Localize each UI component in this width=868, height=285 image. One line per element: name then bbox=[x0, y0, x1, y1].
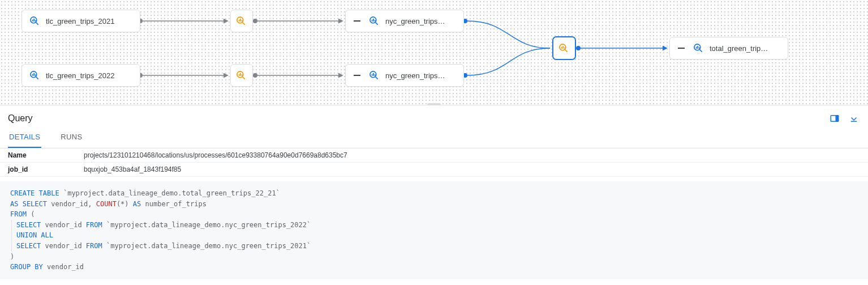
detail-key-jobid: job_id bbox=[0, 163, 79, 176]
bigquery-icon bbox=[693, 42, 704, 54]
collapse-icon[interactable] bbox=[353, 16, 362, 25]
svg-rect-46 bbox=[564, 47, 565, 49]
svg-line-43 bbox=[565, 50, 568, 52]
collapse-icon[interactable] bbox=[353, 71, 362, 80]
tab-details[interactable]: DETAILS bbox=[8, 127, 41, 148]
table-row: job_id bquxjob_453ba4af_1843f194f85 bbox=[0, 163, 868, 177]
svg-line-13 bbox=[36, 23, 38, 25]
side-panel-icon[interactable] bbox=[830, 113, 840, 124]
process-icon bbox=[235, 70, 247, 81]
table-row: Name projects/123101210468/locations/us/… bbox=[0, 148, 868, 163]
svg-point-47 bbox=[694, 44, 701, 50]
svg-rect-51 bbox=[699, 47, 700, 49]
svg-rect-24 bbox=[239, 20, 240, 22]
node-label: total_green_trip… bbox=[710, 44, 768, 53]
svg-point-27 bbox=[237, 71, 243, 78]
node-label: nyc_green_trips… bbox=[385, 71, 445, 80]
collapse-panel-icon[interactable] bbox=[849, 113, 859, 124]
svg-rect-44 bbox=[561, 47, 562, 49]
svg-line-48 bbox=[700, 50, 702, 52]
node-total-green-trips[interactable]: total_green_trip… bbox=[669, 37, 788, 59]
svg-rect-29 bbox=[239, 74, 240, 76]
svg-point-2 bbox=[253, 19, 257, 23]
bigquery-icon bbox=[29, 15, 40, 27]
details-panel: Query DETAILS RUNS Name projects/1231012… bbox=[0, 105, 868, 279]
node-tlc-green-trips-2022[interactable]: tlc_green_trips_2022 bbox=[22, 64, 140, 87]
svg-rect-30 bbox=[240, 73, 241, 76]
svg-rect-21 bbox=[35, 74, 36, 76]
tab-runs[interactable]: RUNS bbox=[59, 127, 83, 148]
node-label: tlc_green_trips_2022 bbox=[46, 71, 114, 80]
svg-rect-26 bbox=[242, 20, 243, 22]
svg-rect-14 bbox=[32, 20, 33, 22]
svg-line-38 bbox=[376, 77, 378, 79]
svg-line-28 bbox=[243, 77, 245, 79]
bigquery-icon bbox=[368, 15, 380, 27]
svg-rect-50 bbox=[697, 46, 698, 49]
node-label: tlc_green_trips_2021 bbox=[46, 17, 114, 25]
svg-rect-36 bbox=[375, 20, 376, 22]
svg-rect-35 bbox=[373, 19, 374, 22]
bigquery-icon bbox=[368, 70, 380, 81]
panel-resize-grip[interactable] bbox=[427, 103, 441, 105]
collapse-icon[interactable] bbox=[677, 44, 686, 53]
svg-rect-19 bbox=[32, 74, 33, 76]
node-label: nyc_green_trips… bbox=[385, 17, 445, 25]
svg-point-3 bbox=[253, 73, 257, 78]
svg-rect-25 bbox=[240, 19, 241, 22]
svg-rect-31 bbox=[242, 74, 243, 76]
svg-rect-53 bbox=[836, 116, 839, 122]
lineage-graph-canvas[interactable]: tlc_green_trips_2021 tlc_green_trips_202… bbox=[0, 0, 868, 105]
sql-code-block: CREATE TABLE `myproject.data_lineage_dem… bbox=[0, 181, 868, 279]
panel-title: Query bbox=[8, 113, 33, 124]
node-nyc-green-trips-2021[interactable]: nyc_green_trips… bbox=[345, 10, 464, 32]
svg-rect-45 bbox=[562, 46, 564, 49]
detail-val-name: projects/123101210468/locations/us/proce… bbox=[79, 148, 868, 162]
details-table: Name projects/123101210468/locations/us/… bbox=[0, 148, 868, 177]
svg-rect-49 bbox=[696, 47, 697, 49]
detail-key-name: Name bbox=[0, 148, 79, 162]
svg-rect-20 bbox=[33, 73, 35, 76]
panel-tabs: DETAILS RUNS bbox=[0, 127, 868, 148]
svg-rect-34 bbox=[372, 20, 373, 22]
node-tlc-green-trips-2021[interactable]: tlc_green_trips_2021 bbox=[22, 10, 140, 32]
svg-point-10 bbox=[576, 46, 581, 50]
process-icon bbox=[558, 42, 569, 54]
node-process-2[interactable] bbox=[230, 64, 253, 87]
svg-line-33 bbox=[376, 23, 378, 25]
svg-point-22 bbox=[237, 17, 243, 23]
svg-rect-16 bbox=[35, 20, 36, 22]
bigquery-icon bbox=[29, 70, 40, 81]
svg-rect-39 bbox=[372, 74, 373, 76]
node-nyc-green-trips-2022[interactable]: nyc_green_trips… bbox=[345, 64, 464, 87]
node-process-selected[interactable] bbox=[553, 37, 575, 59]
detail-val-jobid: bquxjob_453ba4af_1843f194f85 bbox=[79, 163, 868, 176]
svg-line-23 bbox=[243, 23, 245, 25]
process-icon bbox=[235, 15, 247, 27]
node-process-1[interactable] bbox=[230, 10, 253, 32]
svg-rect-41 bbox=[375, 74, 376, 76]
svg-rect-40 bbox=[373, 73, 374, 76]
panel-header: Query bbox=[0, 105, 868, 127]
svg-line-18 bbox=[36, 77, 38, 79]
svg-rect-15 bbox=[33, 19, 35, 22]
